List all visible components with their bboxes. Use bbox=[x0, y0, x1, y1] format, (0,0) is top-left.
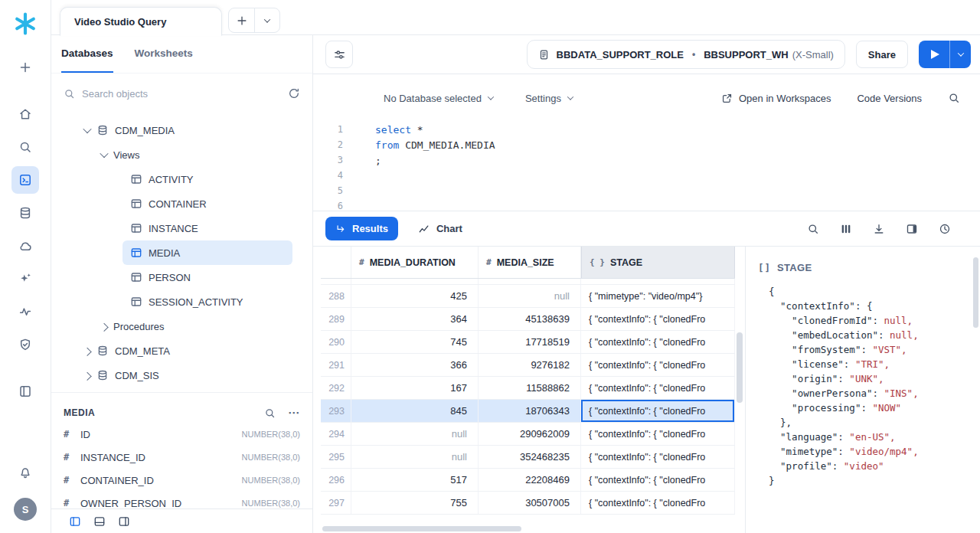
row-number-cell[interactable]: 288 bbox=[321, 285, 351, 307]
cell-media-size[interactable]: 352468235 bbox=[479, 446, 581, 468]
tab-chart[interactable]: Chart bbox=[418, 223, 462, 235]
tree-item-views[interactable]: Views bbox=[51, 142, 312, 167]
search-columns-icon[interactable] bbox=[264, 407, 276, 419]
notebooks-icon[interactable] bbox=[11, 378, 39, 405]
cell-media-size[interactable]: 18706343 bbox=[479, 400, 581, 422]
cell-stage[interactable]: { "contextInfo": { "clonedFro bbox=[581, 492, 735, 514]
chevron-down-icon[interactable] bbox=[100, 149, 108, 158]
row-number-cell[interactable]: 292 bbox=[321, 377, 351, 399]
cell-stage[interactable]: { "contextInfo": { "clonedFro bbox=[581, 354, 735, 376]
cell-stage[interactable]: { "contextInfo": { "clonedFro bbox=[581, 469, 735, 491]
tree-item-view-instance[interactable]: INSTANCE bbox=[122, 216, 292, 240]
side-panel-toggle-icon[interactable] bbox=[906, 223, 918, 235]
cell-stage[interactable]: { "contextInfo": { "clonedFro bbox=[581, 423, 735, 445]
column-header-media-size[interactable]: # MEDIA_SIZE bbox=[479, 247, 581, 278]
results-search-icon[interactable] bbox=[807, 223, 819, 235]
cell-media-duration[interactable]: 745 bbox=[351, 331, 479, 353]
search-objects-input[interactable] bbox=[82, 88, 281, 100]
horizontal-scrollbar[interactable] bbox=[321, 524, 735, 533]
activity-icon[interactable] bbox=[11, 298, 39, 325]
cell-media-duration[interactable]: 425 bbox=[351, 285, 479, 307]
row-number-cell[interactable]: 295 bbox=[321, 446, 351, 468]
tab-worksheets[interactable]: Worksheets bbox=[135, 35, 193, 73]
cell-media-duration[interactable]: 167 bbox=[351, 377, 479, 399]
database-selector-dropdown[interactable]: No Database selected bbox=[384, 93, 493, 104]
cell-media-size[interactable]: null bbox=[479, 285, 581, 307]
columns-icon[interactable] bbox=[840, 223, 852, 235]
panel-left-icon[interactable] bbox=[69, 515, 81, 528]
tab-list-chevron-button[interactable] bbox=[254, 8, 279, 32]
cell-media-duration[interactable]: 366 bbox=[351, 354, 479, 376]
chevron-right-icon[interactable] bbox=[83, 348, 91, 356]
cell-stage[interactable]: { "contextInfo": { "clonedFro bbox=[581, 331, 735, 353]
schema-field-row[interactable]: # OWNER_PERSON_ID NUMBER(38,0) bbox=[64, 492, 300, 508]
user-avatar[interactable]: S bbox=[14, 498, 37, 521]
search-icon[interactable] bbox=[11, 133, 39, 161]
query-history-clock-icon[interactable] bbox=[939, 223, 951, 235]
row-number-cell[interactable]: 291 bbox=[321, 354, 351, 376]
tree-item-view-session-activity[interactable]: SESSION_ACTIVITY bbox=[122, 289, 292, 314]
download-icon[interactable] bbox=[873, 223, 885, 235]
cell-media-size[interactable]: 290962009 bbox=[479, 423, 581, 445]
chevron-right-icon[interactable] bbox=[83, 372, 91, 381]
row-number-cell[interactable]: 293 bbox=[321, 400, 351, 422]
settings-dropdown[interactable]: Settings bbox=[525, 93, 573, 104]
tree-item-database-cdm-meta[interactable]: CDM_META bbox=[51, 338, 312, 363]
tree-item-view-container[interactable]: CONTAINER bbox=[122, 191, 292, 216]
run-button[interactable] bbox=[919, 41, 949, 68]
data-products-icon[interactable] bbox=[11, 232, 39, 260]
ai-ml-icon[interactable] bbox=[11, 265, 39, 293]
worksheet-tab[interactable]: Video Studio Query bbox=[60, 7, 222, 36]
cell-media-duration[interactable]: 755 bbox=[351, 492, 479, 514]
add-button[interactable] bbox=[11, 54, 39, 81]
tab-results[interactable]: Results bbox=[325, 217, 398, 240]
tree-item-view-activity[interactable]: ACTIVITY bbox=[122, 167, 292, 191]
panel-bottom-icon[interactable] bbox=[93, 515, 106, 528]
editor-search-icon[interactable] bbox=[948, 92, 960, 104]
row-number-cell[interactable]: 297 bbox=[321, 492, 351, 514]
code-versions-link[interactable]: Code Versions bbox=[857, 93, 922, 104]
row-number-cell[interactable]: 289 bbox=[321, 308, 351, 330]
cell-stage-selected[interactable]: { "contextInfo": { "clonedFro bbox=[581, 400, 735, 422]
cell-media-duration[interactable]: null bbox=[351, 446, 479, 468]
more-options-icon[interactable]: ⋯ bbox=[288, 409, 300, 417]
run-options-button[interactable] bbox=[949, 41, 971, 68]
worksheet-settings-sliders-icon[interactable] bbox=[325, 41, 353, 68]
cell-media-size[interactable]: 17718519 bbox=[479, 331, 581, 353]
context-selector[interactable]: BBDATA_SUPPORT_ROLE • BBSUPPORT_WH (X-Sm… bbox=[527, 40, 845, 69]
row-number-header[interactable] bbox=[321, 247, 351, 278]
vertical-scrollbar-thumb[interactable] bbox=[737, 332, 743, 403]
home-icon[interactable] bbox=[11, 100, 39, 128]
projects-worksheets-icon[interactable] bbox=[11, 166, 39, 194]
column-header-media-duration[interactable]: # MEDIA_DURATION bbox=[351, 247, 479, 278]
schema-field-row[interactable]: # INSTANCE_ID NUMBER(38,0) bbox=[64, 446, 300, 468]
governance-icon[interactable] bbox=[11, 331, 39, 358]
row-number-cell[interactable]: 290 bbox=[321, 331, 351, 353]
schema-field-row[interactable]: # ID NUMBER(38,0) bbox=[64, 423, 300, 445]
share-button[interactable]: Share bbox=[856, 41, 908, 68]
cell-stage[interactable]: { "contextInfo": { "clonedFro bbox=[581, 308, 735, 330]
cell-media-size[interactable]: 30507005 bbox=[479, 492, 581, 514]
cell-media-duration[interactable]: 364 bbox=[351, 308, 479, 330]
panel-right-icon[interactable] bbox=[118, 515, 130, 528]
column-header-stage-selected[interactable]: { } STAGE bbox=[581, 247, 735, 278]
tree-item-procedures[interactable]: Procedures bbox=[51, 314, 312, 338]
data-icon[interactable] bbox=[11, 199, 39, 227]
snowflake-logo-icon[interactable] bbox=[14, 12, 37, 35]
detail-scrollbar-thumb[interactable] bbox=[973, 257, 978, 328]
tree-item-database-cdm-media[interactable]: CDM_MEDIA bbox=[51, 118, 312, 142]
tree-item-view-media-selected[interactable]: MEDIA bbox=[122, 240, 292, 265]
horizontal-scrollbar-thumb[interactable] bbox=[322, 526, 521, 531]
cell-media-size[interactable]: 45138639 bbox=[479, 308, 581, 330]
sql-editor[interactable]: 1 select * 2 from CDM_MEDIA.MEDIA 3 ; 4 … bbox=[313, 122, 980, 211]
cell-media-duration[interactable]: 845 bbox=[351, 400, 479, 422]
refresh-icon[interactable] bbox=[288, 87, 300, 100]
cell-media-size[interactable]: 9276182 bbox=[479, 354, 581, 376]
tree-item-database-cdm-sis[interactable]: CDM_SIS bbox=[51, 363, 312, 387]
cell-media-size[interactable]: 11588862 bbox=[479, 377, 581, 399]
notifications-bell-icon[interactable] bbox=[11, 459, 39, 486]
row-number-cell[interactable]: 294 bbox=[321, 423, 351, 445]
row-number-cell[interactable]: 296 bbox=[321, 469, 351, 491]
tree-item-view-person[interactable]: PERSON bbox=[122, 265, 292, 289]
cell-stage[interactable]: { "contextInfo": { "clonedFro bbox=[581, 377, 735, 399]
